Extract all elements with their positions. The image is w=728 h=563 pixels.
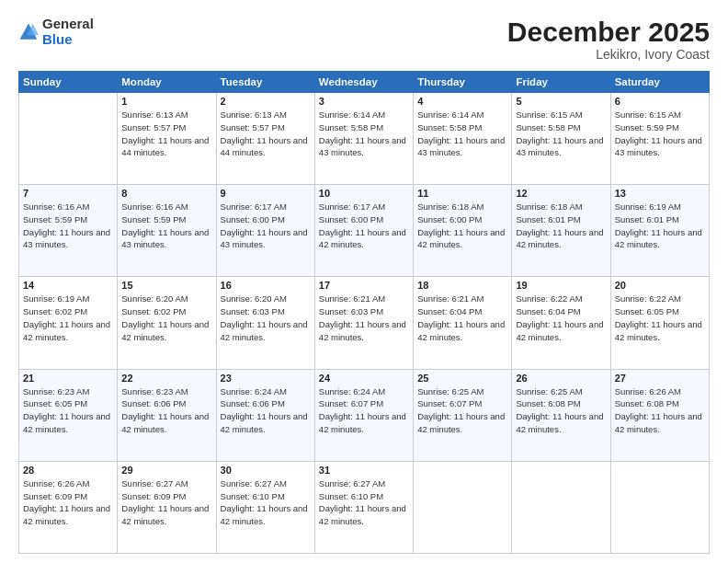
day-info-line: Daylight: 11 hours and 44 minutes.: [121, 134, 211, 160]
day-number: 21: [23, 373, 113, 384]
day-info-line: Sunset: 6:10 PM: [221, 490, 311, 503]
weekday-header-wednesday: Wednesday: [314, 72, 413, 93]
calendar-cell: [414, 461, 512, 553]
day-info-line: Sunrise: 6:25 AM: [516, 385, 606, 398]
day-info: Sunrise: 6:17 AMSunset: 6:00 PMDaylight:…: [221, 201, 311, 251]
day-info-line: Sunset: 5:57 PM: [221, 121, 311, 134]
day-info: Sunrise: 6:26 AMSunset: 6:08 PMDaylight:…: [615, 385, 705, 436]
day-number: 20: [615, 280, 705, 291]
day-info-line: Sunset: 6:09 PM: [23, 490, 113, 503]
calendar-cell: 10Sunrise: 6:17 AMSunset: 6:00 PMDayligh…: [314, 185, 413, 277]
day-info: Sunrise: 6:13 AMSunset: 5:57 PMDaylight:…: [221, 109, 311, 159]
calendar-week-row: 21Sunrise: 6:23 AMSunset: 6:05 PMDayligh…: [19, 369, 710, 461]
day-info-line: Daylight: 11 hours and 42 minutes.: [615, 410, 705, 436]
calendar-cell: 29Sunrise: 6:27 AMSunset: 6:09 PMDayligh…: [118, 461, 216, 553]
day-info-line: Daylight: 11 hours and 42 minutes.: [516, 318, 606, 344]
day-info-line: Sunrise: 6:18 AM: [417, 201, 507, 213]
day-info: Sunrise: 6:24 AMSunset: 6:07 PMDaylight:…: [319, 385, 409, 436]
day-info-line: Sunrise: 6:16 AM: [23, 201, 113, 213]
day-info-line: Sunrise: 6:24 AM: [319, 385, 409, 398]
day-info-line: Daylight: 11 hours and 43 minutes.: [516, 134, 606, 160]
day-info: Sunrise: 6:24 AMSunset: 6:06 PMDaylight:…: [221, 385, 311, 436]
day-info: Sunrise: 6:17 AMSunset: 6:00 PMDaylight:…: [319, 201, 409, 251]
day-number: 23: [221, 373, 311, 384]
calendar-cell: 16Sunrise: 6:20 AMSunset: 6:03 PMDayligh…: [216, 277, 314, 369]
day-number: 27: [615, 373, 705, 384]
day-info-line: Sunset: 6:05 PM: [615, 305, 705, 318]
day-info-line: Sunset: 6:01 PM: [615, 213, 705, 226]
day-info: Sunrise: 6:27 AMSunset: 6:10 PMDaylight:…: [221, 477, 311, 528]
calendar-cell: 6Sunrise: 6:15 AMSunset: 5:59 PMDaylight…: [610, 93, 709, 185]
day-info-line: Daylight: 11 hours and 42 minutes.: [417, 410, 507, 436]
calendar-cell: 11Sunrise: 6:18 AMSunset: 6:00 PMDayligh…: [414, 185, 512, 277]
day-info-line: Sunrise: 6:15 AM: [516, 109, 606, 121]
day-info-line: Sunrise: 6:13 AM: [221, 109, 311, 121]
day-info: Sunrise: 6:20 AMSunset: 6:03 PMDaylight:…: [221, 293, 311, 343]
calendar-cell: 25Sunrise: 6:25 AMSunset: 6:07 PMDayligh…: [414, 369, 512, 461]
day-info-line: Sunset: 6:06 PM: [221, 397, 311, 410]
calendar-cell: 5Sunrise: 6:15 AMSunset: 5:58 PMDaylight…: [512, 93, 610, 185]
day-info-line: Sunset: 6:09 PM: [121, 490, 211, 503]
day-info-line: Daylight: 11 hours and 42 minutes.: [516, 226, 606, 252]
day-info-line: Daylight: 11 hours and 42 minutes.: [319, 502, 409, 528]
day-info-line: Sunrise: 6:21 AM: [417, 293, 507, 305]
day-info: Sunrise: 6:15 AMSunset: 5:58 PMDaylight:…: [516, 109, 606, 159]
calendar-header-row: SundayMondayTuesdayWednesdayThursdayFrid…: [19, 72, 710, 93]
day-info-line: Sunset: 6:03 PM: [319, 305, 409, 318]
day-info-line: Sunset: 6:02 PM: [121, 305, 211, 318]
weekday-header-tuesday: Tuesday: [216, 72, 314, 93]
calendar-cell: 23Sunrise: 6:24 AMSunset: 6:06 PMDayligh…: [216, 369, 314, 461]
day-info-line: Sunset: 6:04 PM: [516, 305, 606, 318]
weekday-header-saturday: Saturday: [610, 72, 709, 93]
day-info: Sunrise: 6:22 AMSunset: 6:05 PMDaylight:…: [615, 293, 705, 343]
calendar-cell: 8Sunrise: 6:16 AMSunset: 5:59 PMDaylight…: [118, 185, 216, 277]
day-number: 4: [417, 96, 507, 107]
day-info-line: Daylight: 11 hours and 42 minutes.: [221, 410, 311, 436]
day-info-line: Sunrise: 6:17 AM: [221, 201, 311, 213]
day-number: 26: [516, 373, 606, 384]
day-info: Sunrise: 6:13 AMSunset: 5:57 PMDaylight:…: [121, 109, 211, 159]
logo-general-text: General: [42, 17, 94, 32]
calendar-cell: 12Sunrise: 6:18 AMSunset: 6:01 PMDayligh…: [512, 185, 610, 277]
calendar-week-row: 28Sunrise: 6:26 AMSunset: 6:09 PMDayligh…: [19, 461, 710, 553]
day-info-line: Sunset: 5:59 PM: [23, 213, 113, 226]
weekday-header-friday: Friday: [512, 72, 610, 93]
day-info-line: Sunset: 6:10 PM: [319, 490, 409, 503]
calendar-cell: 9Sunrise: 6:17 AMSunset: 6:00 PMDaylight…: [216, 185, 314, 277]
day-info-line: Daylight: 11 hours and 42 minutes.: [23, 502, 113, 528]
day-info: Sunrise: 6:19 AMSunset: 6:02 PMDaylight:…: [23, 293, 113, 343]
calendar-cell: 24Sunrise: 6:24 AMSunset: 6:07 PMDayligh…: [314, 369, 413, 461]
day-info: Sunrise: 6:16 AMSunset: 5:59 PMDaylight:…: [121, 201, 211, 251]
day-info-line: Sunset: 6:00 PM: [417, 213, 507, 226]
logo: General Blue: [18, 17, 94, 47]
calendar-cell: 17Sunrise: 6:21 AMSunset: 6:03 PMDayligh…: [314, 277, 413, 369]
day-info-line: Daylight: 11 hours and 42 minutes.: [121, 318, 211, 344]
day-info: Sunrise: 6:23 AMSunset: 6:05 PMDaylight:…: [23, 385, 113, 436]
day-info-line: Sunrise: 6:18 AM: [516, 201, 606, 213]
calendar-cell: 30Sunrise: 6:27 AMSunset: 6:10 PMDayligh…: [216, 461, 314, 553]
day-info-line: Daylight: 11 hours and 42 minutes.: [23, 410, 113, 436]
page: General Blue December 2025 Lekikro, Ivor…: [0, 0, 728, 563]
day-info: Sunrise: 6:21 AMSunset: 6:04 PMDaylight:…: [417, 293, 507, 343]
calendar-cell: [610, 461, 709, 553]
day-info-line: Daylight: 11 hours and 42 minutes.: [319, 318, 409, 344]
day-info: Sunrise: 6:21 AMSunset: 6:03 PMDaylight:…: [319, 293, 409, 343]
day-number: 25: [417, 373, 507, 384]
day-info-line: Daylight: 11 hours and 44 minutes.: [221, 134, 311, 160]
weekday-header-thursday: Thursday: [414, 72, 512, 93]
day-number: 6: [615, 96, 705, 107]
day-number: 18: [417, 280, 507, 291]
day-info: Sunrise: 6:25 AMSunset: 6:07 PMDaylight:…: [417, 385, 507, 436]
day-info-line: Sunrise: 6:22 AM: [615, 293, 705, 305]
calendar-cell: 22Sunrise: 6:23 AMSunset: 6:06 PMDayligh…: [118, 369, 216, 461]
calendar-cell: 14Sunrise: 6:19 AMSunset: 6:02 PMDayligh…: [19, 277, 118, 369]
day-info-line: Sunrise: 6:27 AM: [121, 477, 211, 490]
day-info-line: Sunrise: 6:27 AM: [221, 477, 311, 490]
calendar-week-row: 1Sunrise: 6:13 AMSunset: 5:57 PMDaylight…: [19, 93, 710, 185]
day-info: Sunrise: 6:15 AMSunset: 5:59 PMDaylight:…: [615, 109, 705, 159]
day-info-line: Sunset: 6:08 PM: [516, 397, 606, 410]
calendar-cell: [512, 461, 610, 553]
day-info-line: Sunrise: 6:16 AM: [121, 201, 211, 213]
day-info-line: Sunrise: 6:17 AM: [319, 201, 409, 213]
calendar-cell: 13Sunrise: 6:19 AMSunset: 6:01 PMDayligh…: [610, 185, 709, 277]
